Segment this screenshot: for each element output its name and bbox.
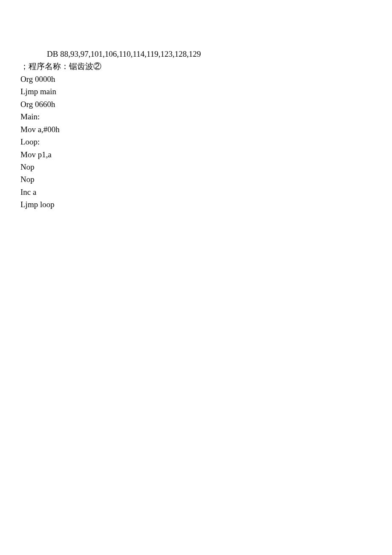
document-page: DB 88,93,97,101,106,110,114,119,123,128,… <box>0 0 392 555</box>
code-line: Org 0660h <box>20 98 392 110</box>
code-line: ；程序名称：锯齿波② <box>20 60 392 72</box>
code-line: DB 88,93,97,101,106,110,114,119,123,128,… <box>20 48 392 60</box>
code-line: Loop: <box>20 136 392 148</box>
code-line: Mov p1,a <box>20 148 392 161</box>
code-line: Mov a,#00h <box>20 123 392 136</box>
code-line: Main: <box>20 110 392 123</box>
code-line: Inc a <box>20 186 392 198</box>
code-line: Ljmp loop <box>20 198 392 211</box>
code-line: Nop <box>20 161 392 173</box>
code-line: Org 0000h <box>20 73 392 85</box>
code-line: Ljmp main <box>20 85 392 98</box>
code-line: Nop <box>20 173 392 185</box>
